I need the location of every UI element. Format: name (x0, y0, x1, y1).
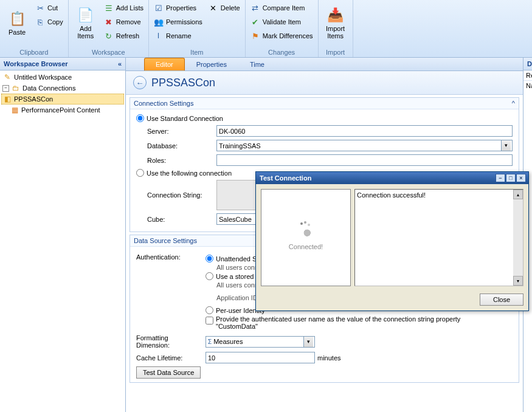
rename-button[interactable]: ＩRename (151, 29, 205, 43)
ribbon-group-item: ☑Properties 👥Permissions ＩRename ✕Delete… (149, 0, 246, 57)
mark-differences-button[interactable]: ⚑Mark Differences (248, 29, 316, 43)
chevron-up-icon: ^ (512, 100, 515, 107)
compare-item-button[interactable]: ⇄Compare Item (248, 1, 316, 15)
copy-button[interactable]: ⎘Copy (33, 15, 66, 29)
radio-standard-input[interactable] (136, 114, 144, 122)
group-label-changes: Changes (248, 47, 316, 57)
group-label-clipboard: Clipboard (2, 47, 66, 57)
dialog-message: Connection successful! (357, 191, 426, 199)
dialog-status-text: Connected! (289, 243, 323, 250)
checkbox-customdata[interactable]: Provide the authenticated user name as t… (206, 315, 513, 330)
radio-use-standard[interactable]: Use Standard Connection (136, 114, 513, 122)
dialog-close-button[interactable]: × (516, 174, 526, 182)
delete-icon: ✕ (209, 3, 218, 13)
tree-toggle[interactable]: − (2, 85, 9, 92)
radio-following-input[interactable] (136, 169, 144, 177)
properties-icon: ☑ (154, 3, 164, 13)
cache-label: Cache Lifetime: (136, 354, 203, 362)
server-label: Server: (147, 128, 214, 135)
details-header: Details (523, 58, 532, 70)
datasource-icon: ◧ (2, 94, 12, 104)
permissions-button[interactable]: 👥Permissions (151, 15, 205, 29)
workspace-header: Workspace Browser « (0, 58, 125, 70)
dialog-scrollbar[interactable]: ▴▾ (513, 190, 523, 286)
list-icon: ▦ (10, 105, 19, 115)
mark-icon: ⚑ (250, 31, 260, 41)
dialog-close-footer-button[interactable]: Close (480, 294, 523, 306)
workspace-browser: Workspace Browser « ✎ Untitled Workspace… (0, 58, 126, 412)
delete-button[interactable]: ✕Delete (206, 1, 243, 15)
workspace-tree: ✎ Untitled Workspace − 🗀 Data Connection… (0, 70, 125, 117)
tab-editor[interactable]: Editor (144, 58, 185, 70)
back-button[interactable]: ← (133, 76, 147, 89)
dialog-message-pane: Connection successful! ▴▾ (354, 189, 523, 286)
dialog-minimize-button[interactable]: − (496, 174, 505, 182)
database-select[interactable]: TrainingSSAS (216, 140, 513, 151)
permissions-icon: 👥 (154, 17, 164, 27)
dialog-maximize-button[interactable]: □ (506, 174, 516, 182)
cache-unit: minutes (317, 354, 341, 362)
refresh-icon: ↻ (104, 31, 114, 41)
connection-settings-header[interactable]: Connection Settings ^ (130, 98, 519, 109)
roles-label: Roles: (147, 157, 214, 164)
rename-icon: Ｉ (154, 31, 164, 41)
tab-time[interactable]: Time (238, 58, 276, 70)
cache-input[interactable] (206, 352, 315, 363)
add-items-icon: 📄 (76, 5, 95, 25)
ribbon: 📋 Paste ✂Cut ⎘Copy Clipboard 📄 Add Items… (0, 0, 532, 58)
connstr-label: Connection String: (147, 191, 214, 199)
dialog-title: Test Connection (260, 174, 311, 182)
add-lists-button[interactable]: ☰Add Lists (102, 1, 146, 15)
paste-label: Paste (9, 29, 26, 36)
add-items-button[interactable]: 📄 Add Items (71, 1, 100, 44)
properties-button[interactable]: ☑Properties (151, 1, 205, 15)
validate-item-button[interactable]: ✔Validate Item (248, 15, 316, 29)
test-connection-dialog: Test Connection − □ × Connected! Connect… (255, 171, 529, 311)
compare-icon: ⇄ (250, 3, 260, 13)
paste-icon: 📋 (7, 9, 27, 29)
import-items-button[interactable]: 📥 Import Items (321, 1, 350, 44)
tab-properties[interactable]: Properties (185, 58, 238, 70)
page-title-bar: ← PPSSASCon (126, 71, 523, 95)
test-data-source-button[interactable]: Test Data Source (136, 366, 201, 379)
database-label: Database: (147, 142, 214, 149)
ribbon-group-workspace: 📄 Add Items ☰Add Lists ✖Remove ↻Refresh … (69, 0, 149, 57)
formatting-dimension-select[interactable]: Σ Measures (206, 336, 315, 348)
auth-label: Authentication: (136, 253, 203, 261)
details-name-col: Name (523, 80, 532, 91)
workspace-icon: ✎ (2, 72, 12, 82)
ribbon-group-import: 📥 Import Items Import (319, 0, 353, 57)
group-label-import: Import (321, 47, 350, 57)
details-related: Related (523, 70, 532, 80)
ribbon-group-clipboard: 📋 Paste ✂Cut ⎘Copy Clipboard (0, 0, 69, 57)
group-label-item: Item (151, 47, 243, 57)
ribbon-group-changes: ⇄Compare Item ✔Validate Item ⚑Mark Diffe… (246, 0, 319, 57)
remove-button[interactable]: ✖Remove (102, 15, 146, 29)
cut-button[interactable]: ✂Cut (33, 1, 66, 15)
tree-root[interactable]: ✎ Untitled Workspace (1, 72, 124, 83)
sigma-icon: Σ (208, 338, 212, 345)
collapse-button[interactable]: « (118, 60, 122, 67)
folder-icon: 🗀 (11, 83, 21, 93)
add-lists-icon: ☰ (104, 3, 114, 13)
remove-icon: ✖ (104, 17, 114, 27)
spinner-icon (299, 225, 313, 238)
roles-input[interactable] (216, 154, 513, 166)
import-icon: 📥 (326, 5, 345, 25)
tree-pp-content[interactable]: ▦ PerformancePoint Content (1, 105, 124, 115)
dialog-status-pane: Connected! (261, 189, 351, 286)
tree-item-ppssascon[interactable]: ◧ PPSSASCon (1, 94, 124, 105)
editor-tabs: Editor Properties Time (126, 58, 523, 71)
server-input[interactable] (216, 125, 513, 137)
validate-icon: ✔ (250, 17, 260, 27)
cut-icon: ✂ (35, 3, 45, 13)
group-label-workspace: Workspace (71, 47, 146, 57)
paste-button[interactable]: 📋 Paste (2, 1, 32, 44)
refresh-button[interactable]: ↻Refresh (102, 29, 146, 43)
fmt-label: Formatting Dimension: (136, 334, 203, 349)
copy-icon: ⎘ (35, 17, 45, 27)
dialog-titlebar[interactable]: Test Connection − □ × (256, 172, 528, 184)
tree-data-connections[interactable]: − 🗀 Data Connections (1, 83, 124, 94)
cube-label: Cube: (147, 216, 214, 223)
page-title: PPSSASCon (151, 77, 215, 89)
